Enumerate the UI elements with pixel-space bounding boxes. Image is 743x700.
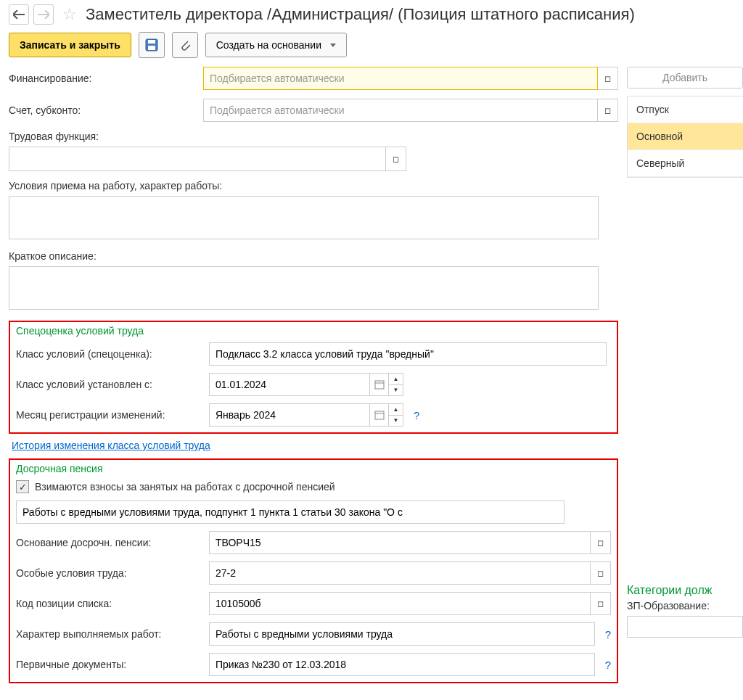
lookup-open-icon[interactable]: ◻ <box>591 592 611 615</box>
account-label: Счет, субконто: <box>9 104 197 116</box>
attach-button[interactable] <box>172 32 198 58</box>
position-code-label: Код позиции списка: <box>16 598 203 609</box>
spin-down-icon[interactable]: ▼ <box>389 416 403 427</box>
class-conditions-input[interactable] <box>209 342 607 366</box>
class-conditions-label: Класс условий (спецоценка): <box>16 348 203 360</box>
employment-conditions-label: Условия приема на работу, характер работ… <box>9 180 618 192</box>
financing-label: Финансирование: <box>9 73 197 84</box>
zp-education-input[interactable] <box>627 616 743 638</box>
spin-up-icon[interactable]: ▲ <box>389 404 403 416</box>
page-title: Заместитель директора /Администрация/ (П… <box>86 5 635 24</box>
nav-forward-button[interactable] <box>33 4 54 25</box>
labor-function-label: Трудовая функция: <box>9 131 618 142</box>
pension-basis-input[interactable] <box>209 531 591 554</box>
list-item[interactable]: Отпуск <box>628 96 743 123</box>
nav-back-button[interactable] <box>9 4 29 25</box>
work-character-input[interactable] <box>209 622 595 646</box>
position-code-input[interactable] <box>209 592 591 615</box>
account-open-icon[interactable]: ◻ <box>598 99 618 122</box>
labor-function-input[interactable] <box>9 147 386 171</box>
reg-month-input[interactable] <box>209 403 370 427</box>
add-button[interactable]: Добавить <box>627 67 743 88</box>
vacation-type-list: Отпуск Основной Северный <box>627 96 743 178</box>
categories-title: Категории долж <box>627 584 743 597</box>
help-icon[interactable]: ? <box>414 409 419 421</box>
class-set-from-input[interactable] <box>209 373 370 396</box>
special-assessment-group: Спецоценка условий труда Класс условий (… <box>9 321 618 434</box>
pension-contrib-label: Взимаются взносы за занятых на работах с… <box>35 481 335 493</box>
help-icon[interactable]: ? <box>605 628 611 641</box>
early-pension-title: Досрочная пенсия <box>16 463 611 474</box>
primary-docs-input[interactable] <box>209 653 595 676</box>
short-description-label: Краткое описание: <box>9 250 618 262</box>
special-conditions-label: Особые условия труда: <box>16 567 203 579</box>
financing-input[interactable] <box>203 67 598 90</box>
account-input[interactable] <box>203 99 598 122</box>
zp-education-label: ЗП-Образование: <box>627 600 743 612</box>
create-based-on-button[interactable]: Создать на основании <box>205 33 347 57</box>
employment-conditions-textarea[interactable] <box>9 196 599 239</box>
svg-rect-2 <box>148 46 155 50</box>
svg-rect-3 <box>375 381 384 389</box>
short-description-textarea[interactable] <box>9 266 599 310</box>
special-conditions-input[interactable] <box>209 561 591 585</box>
favorite-star-icon[interactable]: ☆ <box>61 6 78 23</box>
spin-up-icon[interactable]: ▲ <box>389 374 403 385</box>
history-link[interactable]: История изменения класса условий труда <box>12 440 210 451</box>
pension-basis-label: Основание досрочн. пенсии: <box>16 537 203 548</box>
calendar-icon[interactable] <box>370 373 389 396</box>
svg-rect-1 <box>148 40 155 44</box>
financing-open-icon[interactable]: ◻ <box>598 67 618 90</box>
special-assessment-title: Спецоценка условий труда <box>16 325 611 337</box>
class-set-from-label: Класс условий установлен с: <box>16 379 203 390</box>
pension-contrib-checkbox[interactable]: ✓ <box>16 480 29 493</box>
reg-month-label: Месяц регистрации изменений: <box>16 409 203 421</box>
help-icon[interactable]: ? <box>605 659 611 671</box>
save-and-close-button[interactable]: Записать и закрыть <box>9 33 131 57</box>
lookup-open-icon[interactable]: ◻ <box>591 561 611 585</box>
create-based-on-label: Создать на основании <box>216 39 321 51</box>
work-character-label: Характер выполняемых работ: <box>16 628 203 640</box>
calendar-icon[interactable] <box>370 403 389 427</box>
pension-description-input[interactable] <box>16 501 565 524</box>
spin-down-icon[interactable]: ▼ <box>389 385 403 396</box>
early-pension-group: Досрочная пенсия ✓ Взимаются взносы за з… <box>9 458 618 683</box>
list-item[interactable]: Северный <box>628 150 743 177</box>
save-button[interactable] <box>139 32 165 58</box>
svg-rect-5 <box>375 411 384 419</box>
labor-function-open-icon[interactable]: ◻ <box>386 147 406 171</box>
list-item[interactable]: Основной <box>628 123 743 150</box>
primary-docs-label: Первичные документы: <box>16 659 203 670</box>
lookup-open-icon[interactable]: ◻ <box>591 531 611 554</box>
